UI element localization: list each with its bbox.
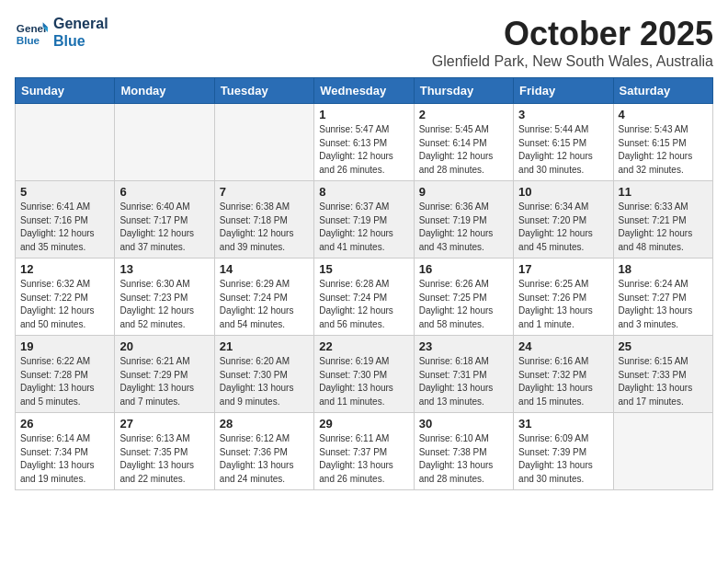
calendar-week-2: 5Sunrise: 6:41 AM Sunset: 7:16 PM Daylig…: [16, 181, 713, 259]
day-info: Sunrise: 6:14 AM Sunset: 7:34 PM Dayligh…: [20, 432, 109, 486]
day-info: Sunrise: 6:34 AM Sunset: 7:20 PM Dayligh…: [518, 201, 608, 254]
day-info: Sunrise: 5:43 AM Sunset: 6:15 PM Dayligh…: [619, 123, 708, 177]
header-friday: Friday: [514, 78, 613, 104]
day-info: Sunrise: 6:18 AM Sunset: 7:31 PM Dayligh…: [419, 355, 508, 408]
calendar-cell: 7Sunrise: 6:38 AM Sunset: 7:18 PM Daylig…: [214, 181, 313, 259]
calendar-week-3: 12Sunrise: 6:32 AM Sunset: 7:22 PM Dayli…: [16, 259, 713, 336]
calendar-cell: 29Sunrise: 6:11 AM Sunset: 7:37 PM Dayli…: [314, 413, 414, 490]
day-info: Sunrise: 6:36 AM Sunset: 7:19 PM Dayligh…: [419, 201, 508, 254]
day-number: 31: [518, 417, 608, 431]
calendar-cell: 8Sunrise: 6:37 AM Sunset: 7:19 PM Daylig…: [314, 181, 414, 259]
calendar-cell: 30Sunrise: 6:10 AM Sunset: 7:38 PM Dayli…: [414, 413, 513, 490]
day-info: Sunrise: 6:40 AM Sunset: 7:17 PM Dayligh…: [119, 201, 209, 254]
day-number: 15: [319, 262, 408, 276]
day-info: Sunrise: 6:20 AM Sunset: 7:30 PM Dayligh…: [220, 355, 309, 408]
calendar-header-row: SundayMondayTuesdayWednesdayThursdayFrid…: [16, 78, 713, 104]
day-info: Sunrise: 6:13 AM Sunset: 7:35 PM Dayligh…: [119, 432, 209, 486]
calendar-cell: 25Sunrise: 6:15 AM Sunset: 7:33 PM Dayli…: [613, 336, 712, 413]
calendar-cell: 5Sunrise: 6:41 AM Sunset: 7:16 PM Daylig…: [16, 181, 115, 259]
day-number: 23: [419, 339, 508, 353]
day-info: Sunrise: 6:29 AM Sunset: 7:24 PM Dayligh…: [220, 278, 309, 331]
day-number: 5: [20, 185, 109, 199]
month-title: October 2025: [432, 15, 713, 53]
day-number: 25: [619, 339, 708, 353]
calendar-cell: 19Sunrise: 6:22 AM Sunset: 7:28 PM Dayli…: [16, 336, 115, 413]
day-number: 24: [518, 339, 608, 353]
day-number: 29: [319, 417, 408, 431]
day-info: Sunrise: 6:09 AM Sunset: 7:39 PM Dayligh…: [518, 432, 608, 486]
svg-text:Blue: Blue: [17, 34, 40, 46]
calendar-cell: 14Sunrise: 6:29 AM Sunset: 7:24 PM Dayli…: [214, 259, 313, 336]
day-number: 14: [220, 262, 309, 276]
header-tuesday: Tuesday: [214, 78, 313, 104]
day-number: 8: [319, 185, 408, 199]
calendar-cell: 11Sunrise: 6:33 AM Sunset: 7:21 PM Dayli…: [613, 181, 712, 259]
day-info: Sunrise: 6:37 AM Sunset: 7:19 PM Dayligh…: [319, 201, 408, 254]
calendar-cell: [214, 104, 313, 181]
calendar-week-5: 26Sunrise: 6:14 AM Sunset: 7:34 PM Dayli…: [16, 413, 713, 490]
day-info: Sunrise: 6:26 AM Sunset: 7:25 PM Dayligh…: [419, 278, 508, 331]
day-number: 1: [319, 108, 408, 121]
calendar-cell: 9Sunrise: 6:36 AM Sunset: 7:19 PM Daylig…: [414, 181, 513, 259]
calendar-cell: 2Sunrise: 5:45 AM Sunset: 6:14 PM Daylig…: [414, 104, 513, 181]
header-thursday: Thursday: [414, 78, 513, 104]
calendar-cell: 16Sunrise: 6:26 AM Sunset: 7:25 PM Dayli…: [414, 259, 513, 336]
day-info: Sunrise: 6:30 AM Sunset: 7:23 PM Dayligh…: [119, 278, 209, 331]
header-sunday: Sunday: [16, 78, 115, 104]
day-info: Sunrise: 5:45 AM Sunset: 6:14 PM Dayligh…: [419, 123, 508, 177]
location-title: Glenfield Park, New South Wales, Austral…: [432, 53, 713, 70]
day-info: Sunrise: 6:25 AM Sunset: 7:26 PM Dayligh…: [518, 278, 608, 331]
day-info: Sunrise: 6:38 AM Sunset: 7:18 PM Dayligh…: [220, 201, 309, 254]
day-number: 26: [20, 417, 109, 431]
title-block: October 2025 Glenfield Park, New South W…: [432, 15, 713, 70]
calendar-week-4: 19Sunrise: 6:22 AM Sunset: 7:28 PM Dayli…: [16, 336, 713, 413]
calendar-cell: 4Sunrise: 5:43 AM Sunset: 6:15 PM Daylig…: [613, 104, 712, 181]
day-number: 11: [619, 185, 708, 199]
calendar-cell: 15Sunrise: 6:28 AM Sunset: 7:24 PM Dayli…: [314, 259, 414, 336]
day-number: 17: [518, 262, 608, 276]
page-header: General Blue General Blue October 2025 G…: [15, 15, 713, 70]
calendar-cell: 13Sunrise: 6:30 AM Sunset: 7:23 PM Dayli…: [115, 259, 214, 336]
header-monday: Monday: [115, 78, 214, 104]
day-number: 3: [518, 108, 608, 121]
day-number: 4: [619, 108, 708, 121]
day-info: Sunrise: 6:19 AM Sunset: 7:30 PM Dayligh…: [319, 355, 408, 408]
day-number: 7: [220, 185, 309, 199]
calendar-cell: 18Sunrise: 6:24 AM Sunset: 7:27 PM Dayli…: [613, 259, 712, 336]
calendar-cell: 17Sunrise: 6:25 AM Sunset: 7:26 PM Dayli…: [514, 259, 613, 336]
calendar-cell: [115, 104, 214, 181]
calendar-cell: 20Sunrise: 6:21 AM Sunset: 7:29 PM Dayli…: [115, 336, 214, 413]
day-info: Sunrise: 6:16 AM Sunset: 7:32 PM Dayligh…: [518, 355, 608, 408]
day-number: 27: [119, 417, 209, 431]
calendar-cell: [613, 413, 712, 490]
calendar-cell: 31Sunrise: 6:09 AM Sunset: 7:39 PM Dayli…: [514, 413, 613, 490]
day-number: 18: [619, 262, 708, 276]
day-info: Sunrise: 6:28 AM Sunset: 7:24 PM Dayligh…: [319, 278, 408, 331]
calendar-cell: 12Sunrise: 6:32 AM Sunset: 7:22 PM Dayli…: [16, 259, 115, 336]
header-wednesday: Wednesday: [314, 78, 414, 104]
day-info: Sunrise: 6:41 AM Sunset: 7:16 PM Dayligh…: [20, 201, 109, 254]
day-number: 12: [20, 262, 109, 276]
day-number: 6: [119, 185, 209, 199]
day-number: 19: [20, 339, 109, 353]
calendar-table: SundayMondayTuesdayWednesdayThursdayFrid…: [15, 77, 713, 490]
day-number: 16: [419, 262, 508, 276]
day-info: Sunrise: 5:44 AM Sunset: 6:15 PM Dayligh…: [518, 123, 608, 177]
day-number: 28: [220, 417, 309, 431]
logo: General Blue General Blue: [15, 15, 108, 50]
day-info: Sunrise: 6:15 AM Sunset: 7:33 PM Dayligh…: [619, 355, 708, 408]
calendar-cell: 6Sunrise: 6:40 AM Sunset: 7:17 PM Daylig…: [115, 181, 214, 259]
day-number: 21: [220, 339, 309, 353]
day-info: Sunrise: 6:10 AM Sunset: 7:38 PM Dayligh…: [419, 432, 508, 486]
day-info: Sunrise: 6:11 AM Sunset: 7:37 PM Dayligh…: [319, 432, 408, 486]
day-info: Sunrise: 6:33 AM Sunset: 7:21 PM Dayligh…: [619, 201, 708, 254]
day-number: 9: [419, 185, 508, 199]
day-info: Sunrise: 5:47 AM Sunset: 6:13 PM Dayligh…: [319, 123, 408, 177]
logo-general: General: [53, 15, 108, 32]
calendar-cell: 22Sunrise: 6:19 AM Sunset: 7:30 PM Dayli…: [314, 336, 414, 413]
day-number: 2: [419, 108, 508, 121]
logo-icon: General Blue: [15, 16, 48, 49]
calendar-cell: 27Sunrise: 6:13 AM Sunset: 7:35 PM Dayli…: [115, 413, 214, 490]
day-number: 22: [319, 339, 408, 353]
calendar-cell: 10Sunrise: 6:34 AM Sunset: 7:20 PM Dayli…: [514, 181, 613, 259]
